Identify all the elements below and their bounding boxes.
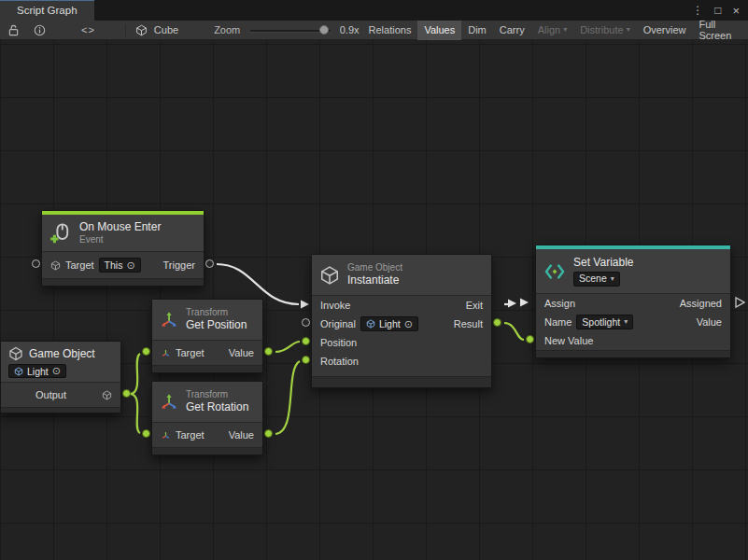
cube-icon bbox=[8, 346, 23, 361]
node-get-rotation[interactable]: Transform Get Rotation Target Value bbox=[151, 381, 263, 455]
port-row-position: Position bbox=[312, 333, 491, 352]
light-object-chip[interactable]: Light ⊙ bbox=[360, 316, 418, 331]
zoom-slider[interactable] bbox=[250, 21, 330, 40]
wire-value-to-position[interactable] bbox=[275, 342, 300, 352]
this-object-chip[interactable]: This ⊙ bbox=[99, 258, 141, 273]
node-instantiate[interactable]: Game Object Instantiate Invoke Exit Orig… bbox=[311, 254, 492, 388]
port-game-object-output-out[interactable] bbox=[122, 389, 131, 398]
node-header: Set Variable Scene ▾ bbox=[536, 249, 730, 294]
port-get-position-target-in[interactable] bbox=[142, 347, 150, 356]
position-port-label: Position bbox=[320, 337, 357, 348]
this-chip-label: This bbox=[105, 259, 123, 271]
zoom-slider-handle[interactable] bbox=[319, 25, 329, 35]
object-picker-icon[interactable]: ⊙ bbox=[52, 366, 61, 376]
toolbar-separator bbox=[125, 24, 126, 36]
port-on-mouse-enter-trigger-out[interactable] bbox=[205, 259, 214, 268]
node-title: Get Position bbox=[186, 318, 247, 331]
node-game-object[interactable]: Game Object Light ⊙ Output bbox=[0, 341, 121, 413]
overview-button[interactable]: Overview bbox=[637, 21, 693, 40]
object-picker-icon[interactable]: ⊙ bbox=[126, 260, 134, 271]
distribute-dropdown[interactable]: Distribute ▾ bbox=[573, 21, 636, 40]
invoke-port-label: Invoke bbox=[320, 300, 350, 311]
carry-button[interactable]: Carry bbox=[493, 21, 531, 40]
carry-label: Carry bbox=[500, 24, 525, 35]
port-set-variable-new-value-in[interactable] bbox=[526, 335, 534, 343]
node-on-mouse-enter[interactable]: On Mouse Enter Event Target This ⊙ Trig bbox=[41, 210, 205, 287]
close-icon[interactable]: × bbox=[732, 4, 740, 18]
target-object-label[interactable]: Cube bbox=[151, 24, 181, 35]
rotation-port-label: Rotation bbox=[320, 356, 359, 367]
fullscreen-button[interactable]: Full Screen bbox=[692, 21, 746, 40]
port-row-invoke-exit: Invoke Exit bbox=[312, 296, 491, 315]
toolbar-buttons: Relations Values Dim Carry Align ▾ Distr… bbox=[362, 21, 746, 40]
node-header: Game Object Instantiate bbox=[312, 255, 491, 296]
node-category: Transform bbox=[186, 307, 247, 318]
wire-arrowhead bbox=[301, 301, 309, 309]
fullscreen-label: Full Screen bbox=[699, 19, 740, 41]
variable-kind-dropdown[interactable]: Scene ▾ bbox=[573, 272, 620, 287]
port-get-position-value-out[interactable] bbox=[264, 347, 273, 356]
node-footer bbox=[536, 350, 730, 357]
code-preview-icon[interactable]: <> bbox=[78, 21, 99, 40]
port-row-target-value: Target Value bbox=[152, 341, 262, 365]
zoom-value: 0.9x bbox=[337, 24, 362, 35]
cube-icon bbox=[366, 319, 375, 329]
node-footer bbox=[152, 365, 262, 372]
info-icon[interactable] bbox=[30, 21, 49, 40]
zoom-slider-track[interactable] bbox=[250, 30, 330, 32]
lock-icon[interactable] bbox=[5, 21, 22, 40]
port-instantiate-original-in[interactable] bbox=[302, 318, 310, 327]
output-port-label: Output bbox=[35, 389, 66, 400]
maximize-icon[interactable]: □ bbox=[714, 4, 721, 17]
cube-icon bbox=[14, 367, 23, 376]
port-get-rotation-value-out[interactable] bbox=[264, 429, 273, 438]
port-get-rotation-target-in[interactable] bbox=[142, 429, 150, 438]
node-set-variable[interactable]: Set Variable Scene ▾ Assign Assigned Nam… bbox=[535, 245, 731, 358]
port-instantiate-rotation-in[interactable] bbox=[302, 356, 310, 364]
new-value-port-label: New Value bbox=[544, 335, 593, 346]
result-port-label: Result bbox=[454, 318, 483, 329]
node-title: Game Object bbox=[29, 347, 95, 360]
menu-kebab-icon[interactable]: ⋮ bbox=[692, 4, 703, 17]
graph-toolbar: <> Cube Zoom 0.9x Relations Values Dim C… bbox=[0, 21, 748, 40]
graph-canvas[interactable]: On Mouse Enter Event Target This ⊙ Trig bbox=[0, 40, 748, 560]
node-category: Game Object bbox=[347, 262, 402, 273]
port-on-mouse-enter-target-in[interactable] bbox=[32, 259, 40, 268]
light-chip-label: Light bbox=[27, 366, 49, 377]
unity-script-graph-window: Script Graph ⋮ □ × <> Cube Zoom 0.9x Rel… bbox=[0, 0, 748, 560]
align-dropdown[interactable]: Align ▾ bbox=[531, 21, 573, 40]
node-title: On Mouse Enter bbox=[79, 220, 161, 233]
wire-output-to-getrotation-target[interactable] bbox=[130, 394, 140, 433]
wire-result-to-newvalue[interactable] bbox=[504, 323, 524, 340]
trigger-port-label: Trigger bbox=[163, 259, 195, 271]
node-footer bbox=[42, 278, 204, 286]
value-port-label: Value bbox=[229, 429, 254, 441]
node-get-position[interactable]: Transform Get Position Target Value bbox=[151, 299, 263, 373]
dim-button[interactable]: Dim bbox=[461, 21, 493, 40]
port-instantiate-position-in[interactable] bbox=[302, 337, 310, 345]
node-title: Instantiate bbox=[347, 273, 402, 287]
exit-port-label: Exit bbox=[466, 300, 483, 311]
name-port-label: Name bbox=[544, 316, 572, 328]
relations-button[interactable]: Relations bbox=[362, 21, 418, 40]
wire-output-to-getposition-target[interactable] bbox=[130, 354, 140, 394]
values-label: Values bbox=[424, 24, 455, 35]
port-set-variable-assigned-out[interactable] bbox=[736, 298, 744, 307]
object-picker-icon[interactable]: ⊙ bbox=[404, 319, 413, 329]
light-chip-label: Light bbox=[379, 318, 401, 329]
tab-script-graph[interactable]: Script Graph bbox=[0, 0, 94, 21]
port-instantiate-result-out[interactable] bbox=[493, 318, 501, 327]
values-button[interactable]: Values bbox=[417, 21, 461, 40]
target-port-label: Target bbox=[176, 429, 205, 441]
wire-arrowhead bbox=[520, 299, 529, 307]
wire-value-to-rotation[interactable] bbox=[275, 361, 300, 434]
value-port-label: Value bbox=[229, 347, 254, 358]
chevron-down-icon: ▾ bbox=[627, 26, 630, 34]
light-object-chip[interactable]: Light ⊙ bbox=[8, 364, 66, 378]
chevron-down-icon: ▾ bbox=[624, 318, 628, 326]
port-row-assign-assigned: Assign Assigned bbox=[536, 294, 730, 313]
port-row-original-result: Original Light ⊙ Result bbox=[312, 315, 491, 333]
overview-label: Overview bbox=[643, 24, 686, 35]
variable-name-dropdown[interactable]: Spotlight ▾ bbox=[576, 315, 633, 329]
cube-icon bbox=[319, 265, 340, 286]
